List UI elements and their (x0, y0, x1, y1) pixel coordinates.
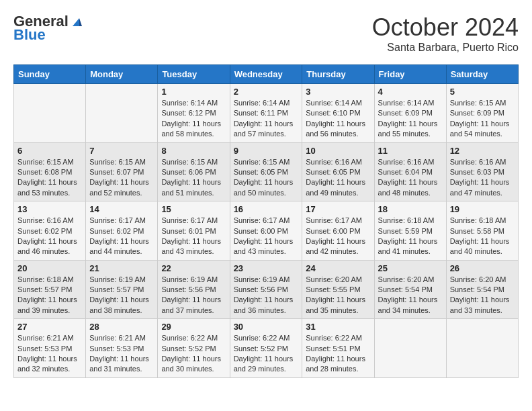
logo: General Blue (13, 13, 83, 43)
calendar-cell: 10Sunrise: 6:16 AMSunset: 6:05 PMDayligh… (302, 142, 374, 201)
calendar-cell: 3Sunrise: 6:14 AMSunset: 6:10 PMDaylight… (302, 84, 374, 143)
sunset-text: Sunset: 5:55 PM (306, 285, 370, 295)
day-info: Sunrise: 6:14 AMSunset: 6:11 PMDaylight:… (234, 98, 299, 140)
day-number: 30 (234, 322, 299, 332)
calendar-cell: 11Sunrise: 6:16 AMSunset: 6:04 PMDayligh… (374, 142, 446, 201)
day-info: Sunrise: 6:21 AMSunset: 5:53 PMDaylight:… (89, 333, 154, 375)
sunrise-text: Sunrise: 6:15 AM (161, 157, 226, 167)
calendar-cell: 20Sunrise: 6:18 AMSunset: 5:57 PMDayligh… (14, 260, 86, 319)
day-info: Sunrise: 6:22 AMSunset: 5:52 PMDaylight:… (234, 333, 299, 375)
day-info: Sunrise: 6:20 AMSunset: 5:54 PMDaylight:… (450, 275, 515, 316)
day-number: 22 (161, 263, 226, 273)
daylight-text: Daylight: 11 hours and 41 minutes. (378, 236, 443, 257)
sunset-text: Sunset: 5:52 PM (234, 344, 299, 354)
weekday-header: Thursday (302, 65, 374, 84)
sunrise-text: Sunrise: 6:19 AM (161, 275, 226, 285)
day-number: 5 (450, 87, 515, 97)
day-number: 12 (450, 146, 515, 156)
sunset-text: Sunset: 5:57 PM (17, 285, 82, 295)
sunrise-text: Sunrise: 6:20 AM (306, 275, 370, 285)
svg-marker-1 (79, 18, 82, 26)
weekday-header: Wednesday (230, 65, 302, 84)
daylight-text: Daylight: 11 hours and 42 minutes. (306, 236, 370, 257)
calendar-cell: 4Sunrise: 6:14 AMSunset: 6:09 PMDaylight… (374, 84, 446, 143)
calendar-cell: 14Sunrise: 6:17 AMSunset: 6:02 PMDayligh… (86, 201, 158, 261)
daylight-text: Daylight: 11 hours and 28 minutes. (306, 354, 370, 375)
daylight-text: Daylight: 11 hours and 37 minutes. (161, 295, 226, 316)
calendar-cell: 13Sunrise: 6:16 AMSunset: 6:02 PMDayligh… (14, 201, 86, 261)
calendar-week-row: 6Sunrise: 6:15 AMSunset: 6:08 PMDaylight… (14, 142, 519, 201)
sunrise-text: Sunrise: 6:15 AM (450, 98, 515, 108)
sunset-text: Sunset: 6:00 PM (306, 226, 370, 236)
calendar-cell: 31Sunrise: 6:22 AMSunset: 5:51 PMDayligh… (302, 319, 374, 378)
day-info: Sunrise: 6:22 AMSunset: 5:51 PMDaylight:… (306, 333, 370, 375)
calendar-cell: 18Sunrise: 6:18 AMSunset: 5:59 PMDayligh… (374, 201, 446, 261)
calendar-cell (14, 84, 86, 143)
calendar-cell: 6Sunrise: 6:15 AMSunset: 6:08 PMDaylight… (14, 142, 86, 201)
daylight-text: Daylight: 11 hours and 52 minutes. (89, 177, 154, 198)
calendar-header: SundayMondayTuesdayWednesdayThursdayFrid… (14, 65, 519, 84)
sunrise-text: Sunrise: 6:14 AM (161, 98, 226, 108)
day-number: 25 (378, 263, 443, 273)
calendar-body: 1Sunrise: 6:14 AMSunset: 6:12 PMDaylight… (14, 84, 519, 378)
daylight-text: Daylight: 11 hours and 32 minutes. (17, 354, 82, 375)
calendar-cell: 22Sunrise: 6:19 AMSunset: 5:56 PMDayligh… (158, 260, 230, 319)
daylight-text: Daylight: 11 hours and 53 minutes. (17, 177, 82, 198)
sunset-text: Sunset: 6:12 PM (161, 108, 226, 118)
sunrise-text: Sunrise: 6:20 AM (450, 275, 515, 285)
day-info: Sunrise: 6:16 AMSunset: 6:02 PMDaylight:… (17, 216, 82, 257)
day-number: 1 (161, 87, 226, 97)
day-number: 14 (89, 204, 154, 214)
day-info: Sunrise: 6:17 AMSunset: 6:00 PMDaylight:… (234, 216, 299, 257)
svg-marker-0 (73, 18, 79, 26)
sunrise-text: Sunrise: 6:18 AM (450, 216, 515, 226)
sunset-text: Sunset: 6:02 PM (89, 226, 154, 236)
day-number: 8 (161, 146, 226, 156)
daylight-text: Daylight: 11 hours and 30 minutes. (161, 354, 226, 375)
day-number: 28 (89, 322, 154, 332)
sunset-text: Sunset: 6:03 PM (450, 167, 515, 177)
sunrise-text: Sunrise: 6:16 AM (378, 157, 443, 167)
calendar-cell: 1Sunrise: 6:14 AMSunset: 6:12 PMDaylight… (158, 84, 230, 143)
day-number: 9 (234, 146, 299, 156)
daylight-text: Daylight: 11 hours and 34 minutes. (378, 295, 443, 316)
sunset-text: Sunset: 6:05 PM (306, 167, 370, 177)
day-number: 24 (306, 263, 370, 273)
calendar-cell: 17Sunrise: 6:17 AMSunset: 6:00 PMDayligh… (302, 201, 374, 261)
day-number: 2 (234, 87, 299, 97)
sunset-text: Sunset: 6:09 PM (378, 108, 443, 118)
day-info: Sunrise: 6:15 AMSunset: 6:08 PMDaylight:… (17, 157, 82, 199)
daylight-text: Daylight: 11 hours and 31 minutes. (89, 354, 154, 375)
sunrise-text: Sunrise: 6:17 AM (89, 216, 154, 226)
calendar-cell: 29Sunrise: 6:22 AMSunset: 5:52 PMDayligh… (158, 319, 230, 378)
calendar-cell: 23Sunrise: 6:19 AMSunset: 5:56 PMDayligh… (230, 260, 302, 319)
day-info: Sunrise: 6:14 AMSunset: 6:12 PMDaylight:… (161, 98, 226, 140)
day-number: 19 (450, 204, 515, 214)
day-number: 21 (89, 263, 154, 273)
day-number: 13 (17, 204, 82, 214)
sunrise-text: Sunrise: 6:22 AM (234, 333, 299, 343)
sunrise-text: Sunrise: 6:15 AM (17, 157, 82, 167)
calendar-table: SundayMondayTuesdayWednesdayThursdayFrid… (13, 64, 519, 378)
day-info: Sunrise: 6:22 AMSunset: 5:52 PMDaylight:… (161, 333, 226, 375)
sunrise-text: Sunrise: 6:17 AM (161, 216, 226, 226)
sunset-text: Sunset: 6:04 PM (378, 167, 443, 177)
sunrise-text: Sunrise: 6:18 AM (378, 216, 443, 226)
calendar-cell: 9Sunrise: 6:15 AMSunset: 6:05 PMDaylight… (230, 142, 302, 201)
sunset-text: Sunset: 5:59 PM (378, 226, 443, 236)
daylight-text: Daylight: 11 hours and 36 minutes. (234, 295, 299, 316)
sunset-text: Sunset: 5:54 PM (450, 285, 515, 295)
calendar-cell: 8Sunrise: 6:15 AMSunset: 6:06 PMDaylight… (158, 142, 230, 201)
daylight-text: Daylight: 11 hours and 48 minutes. (378, 177, 443, 198)
weekday-header: Saturday (446, 65, 518, 84)
calendar-week-row: 27Sunrise: 6:21 AMSunset: 5:53 PMDayligh… (14, 319, 519, 378)
sunrise-text: Sunrise: 6:18 AM (17, 275, 82, 285)
title-block: October 2024 Santa Barbara, Puerto Rico (372, 13, 519, 54)
weekday-header: Friday (374, 65, 446, 84)
month-title: October 2024 (372, 13, 519, 42)
sunrise-text: Sunrise: 6:16 AM (306, 157, 370, 167)
location: Santa Barbara, Puerto Rico (372, 42, 519, 54)
day-info: Sunrise: 6:15 AMSunset: 6:05 PMDaylight:… (234, 157, 299, 199)
day-info: Sunrise: 6:17 AMSunset: 6:00 PMDaylight:… (306, 216, 370, 257)
daylight-text: Daylight: 11 hours and 29 minutes. (234, 354, 299, 375)
